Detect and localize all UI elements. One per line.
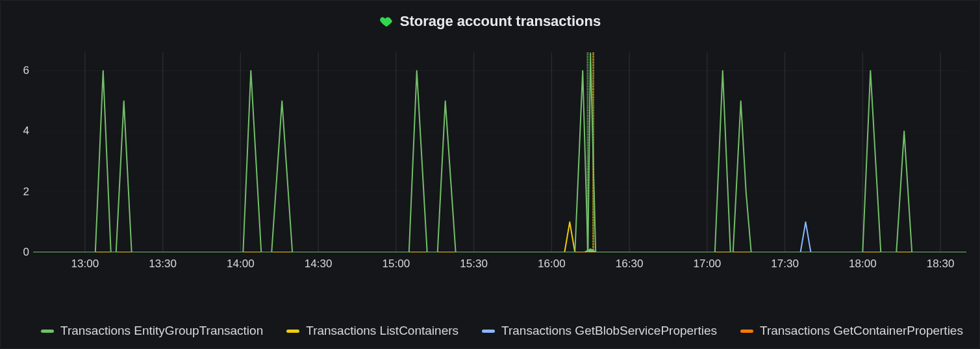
x-tick-label: 13:00 — [71, 258, 99, 271]
x-tick-label: 16:00 — [538, 258, 566, 271]
x-tick-label: 18:30 — [927, 258, 955, 271]
plot-surface[interactable] — [33, 53, 966, 252]
panel-header[interactable]: Storage account transactions — [1, 1, 979, 42]
legend-swatch — [740, 330, 753, 333]
x-tick-label: 17:00 — [694, 258, 722, 271]
legend-swatch — [286, 330, 299, 333]
chart-area[interactable]: 0246 13:0013:3014:0014:3015:0015:3016:00… — [33, 53, 966, 278]
panel-title: Storage account transactions — [400, 13, 601, 30]
y-tick-label: 2 — [11, 186, 29, 199]
legend-item[interactable]: Transactions GetBlobServiceProperties — [482, 324, 717, 338]
y-tick-label: 4 — [11, 125, 29, 138]
x-tick-label: 18:00 — [849, 258, 877, 271]
x-tick-label: 14:00 — [227, 258, 255, 271]
y-tick-label: 0 — [11, 246, 29, 259]
legend-label: Transactions GetContainerProperties — [760, 324, 963, 338]
x-tick-label: 13:30 — [149, 258, 177, 271]
legend-swatch — [41, 330, 54, 333]
chart-panel: Storage account transactions 0246 13:001… — [0, 0, 980, 349]
legend-label: Transactions EntityGroupTransaction — [60, 324, 263, 338]
x-axis-ticks: 13:0013:3014:0014:3015:0015:3016:0016:30… — [33, 258, 966, 278]
y-tick-label: 6 — [11, 64, 29, 77]
heart-icon — [379, 14, 394, 29]
legend-item[interactable]: Transactions ListContainers — [286, 324, 459, 338]
y-axis-ticks: 0246 — [11, 53, 29, 252]
x-tick-label: 15:00 — [383, 258, 410, 271]
plot-svg — [33, 53, 966, 252]
x-tick-label: 14:30 — [305, 258, 333, 271]
legend: Transactions EntityGroupTransactionTrans… — [41, 324, 966, 338]
legend-swatch — [482, 330, 495, 333]
x-tick-label: 17:30 — [771, 258, 799, 271]
legend-label: Transactions GetBlobServiceProperties — [501, 324, 717, 338]
legend-item[interactable]: Transactions EntityGroupTransaction — [41, 324, 263, 338]
legend-label: Transactions ListContainers — [306, 324, 459, 338]
x-tick-label: 16:30 — [616, 258, 644, 271]
x-tick-label: 15:30 — [460, 258, 488, 271]
legend-item[interactable]: Transactions GetContainerProperties — [740, 324, 963, 338]
